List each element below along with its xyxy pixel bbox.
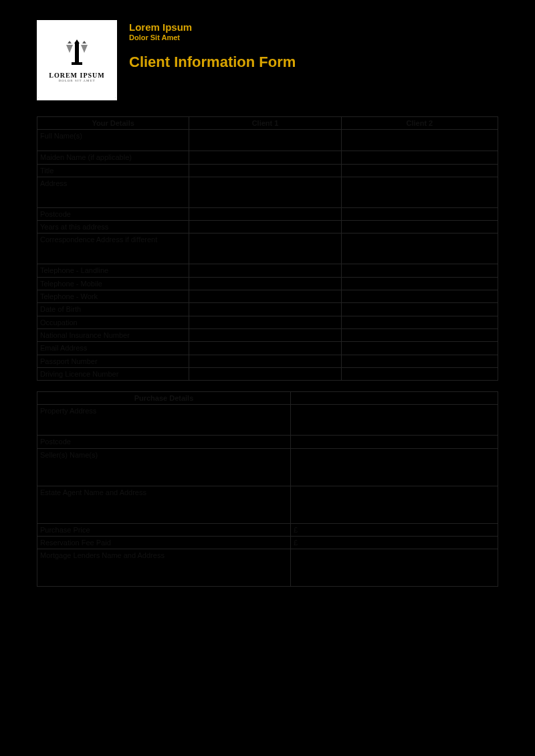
cell[interactable] [341, 367, 498, 380]
svg-marker-2 [68, 41, 72, 43]
row-label: Postcode [37, 207, 189, 220]
cell[interactable] [290, 405, 498, 436]
cell[interactable] [189, 316, 341, 328]
cell[interactable] [341, 177, 498, 207]
cell[interactable] [341, 207, 498, 220]
row-label: Reservation Fee Paid [37, 537, 291, 549]
cell[interactable]: £ [290, 523, 498, 536]
row-label: Correspondence Address if different [37, 233, 189, 264]
row-label: Occupation [37, 316, 189, 328]
cell[interactable] [189, 233, 341, 264]
row-label: Property Address [37, 405, 291, 436]
cell[interactable] [341, 264, 498, 277]
logo-text: LOREM IPSUM [49, 72, 105, 79]
cell[interactable] [189, 207, 341, 220]
page: LOREM IPSUM DOLOR SIT AMET ·· Lorem Ipsu… [0, 0, 535, 607]
cell[interactable] [290, 549, 498, 587]
row-label: Email Address [37, 342, 189, 355]
header-block: LOREM IPSUM DOLOR SIT AMET ·· Lorem Ipsu… [37, 20, 498, 100]
row-label: Driving Licence Number [37, 367, 189, 380]
cell[interactable] [341, 233, 498, 264]
purchase-details-table: Purchase Details Property Address Postco… [37, 391, 498, 587]
company-tagline: Dolor Sit Amet [129, 33, 296, 41]
cell[interactable] [189, 264, 341, 277]
company-name: Lorem Ipsum [129, 21, 296, 33]
cell[interactable] [189, 367, 341, 380]
cell[interactable] [189, 221, 341, 233]
svg-rect-4 [72, 62, 82, 65]
cell[interactable] [189, 290, 341, 303]
cell[interactable] [189, 151, 341, 164]
cell[interactable] [290, 448, 498, 486]
cell[interactable] [290, 486, 498, 523]
header-text: Lorem Ipsum Dolor Sit Amet Client Inform… [129, 20, 296, 100]
row-label: Years at this address [37, 221, 189, 233]
row-label: Purchase Price [37, 523, 291, 536]
cell[interactable] [189, 164, 341, 177]
form-title: Client Information Form [129, 54, 296, 71]
row-label: Mortgage Lenders Name and Address [37, 549, 291, 587]
svg-rect-0 [75, 42, 79, 62]
purchase-header: Purchase Details [37, 392, 291, 405]
cell[interactable] [341, 221, 498, 233]
row-label: Date of Birth [37, 303, 189, 316]
cell[interactable] [189, 303, 341, 316]
cell[interactable] [189, 328, 341, 341]
logo-footer: ·· [38, 96, 116, 99]
cell[interactable] [341, 303, 498, 316]
row-label: Seller(s) Name(s) [37, 448, 291, 486]
cell[interactable] [341, 164, 498, 177]
svg-marker-1 [74, 39, 80, 43]
cell[interactable] [341, 355, 498, 367]
client-details-table: Your Details Client 1 Client 2 Full Name… [37, 116, 498, 381]
row-label: Passport Number [37, 355, 189, 367]
cell[interactable] [341, 290, 498, 303]
cell[interactable] [189, 130, 341, 151]
cell[interactable] [341, 328, 498, 341]
row-label: Maiden Name (if applicable) [37, 151, 189, 164]
col-header-your-details: Your Details [37, 117, 189, 130]
cell[interactable] [189, 277, 341, 290]
row-label: Estate Agent Name and Address [37, 486, 291, 523]
svg-marker-3 [82, 41, 86, 43]
cell[interactable] [189, 355, 341, 367]
col-header-client-2: Client 2 [341, 117, 498, 130]
row-label: Telephone - Mobile [37, 277, 189, 290]
cell[interactable] [341, 342, 498, 355]
purchase-header-blank [290, 392, 498, 405]
scales-icon [62, 38, 92, 68]
cell[interactable] [189, 342, 341, 355]
row-label: Telephone - Landline [37, 264, 189, 277]
row-label: Address [37, 177, 189, 207]
col-header-client-1: Client 1 [189, 117, 341, 130]
logo-box: LOREM IPSUM DOLOR SIT AMET ·· [37, 20, 117, 100]
cell[interactable] [341, 316, 498, 328]
cell[interactable] [341, 151, 498, 164]
row-label: National Insurance Number [37, 328, 189, 341]
cell[interactable] [290, 436, 498, 448]
cell[interactable] [341, 277, 498, 290]
cell[interactable]: £ [290, 537, 498, 549]
cell[interactable] [189, 177, 341, 207]
logo-subtext: DOLOR SIT AMET [58, 79, 95, 82]
row-label: Telephone - Work [37, 290, 189, 303]
cell[interactable] [341, 130, 498, 151]
row-label: Full Name(s) [37, 130, 189, 151]
row-label: Postcode [37, 436, 291, 448]
row-label: Title [37, 164, 189, 177]
